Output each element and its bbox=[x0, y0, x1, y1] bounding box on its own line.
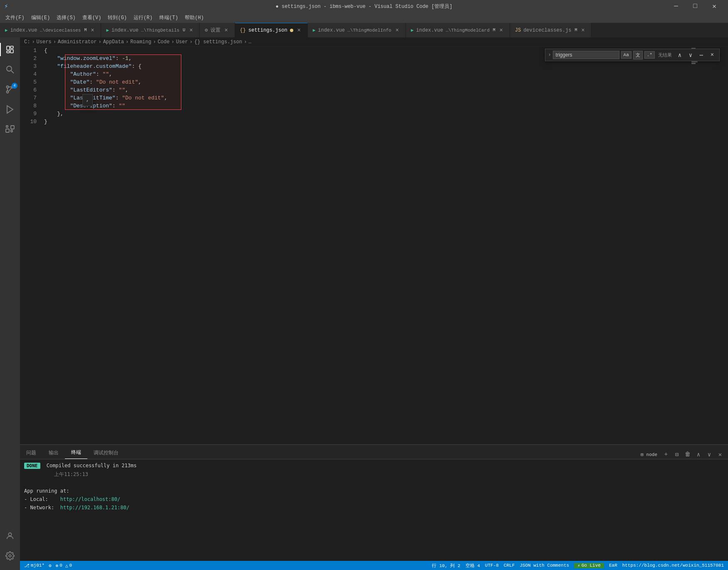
svg-point-14 bbox=[8, 533, 11, 536]
panel-tab-debug[interactable]: 调试控制台 bbox=[87, 447, 125, 459]
find-expand-icon[interactable]: › bbox=[548, 52, 551, 58]
status-link[interactable]: https://blog.csdn.net/woixin_51157081 bbox=[622, 563, 724, 568]
tab-label: 设置 bbox=[210, 27, 220, 34]
tab-close-button[interactable]: × bbox=[579, 27, 586, 34]
svg-rect-1 bbox=[10, 46, 13, 48]
status-ear[interactable]: EaR bbox=[609, 563, 617, 568]
activity-extensions[interactable] bbox=[0, 119, 20, 139]
tab-label: index.vue bbox=[10, 27, 37, 33]
tab-close-button[interactable]: × bbox=[498, 27, 505, 34]
tab-index-thingmodelinfo[interactable]: ▶ index.vue …\ThingModelInfo × bbox=[308, 23, 406, 37]
tab-path: …\deviceclasses bbox=[40, 28, 81, 33]
minimize-button[interactable]: — bbox=[666, 0, 686, 12]
find-input[interactable] bbox=[553, 51, 619, 59]
tab-index-thingdetails[interactable]: ▶ index.vue …\ThingDetails U × bbox=[101, 23, 200, 37]
tab-path: …\ThingDetails bbox=[141, 28, 179, 33]
tab-close-button[interactable]: × bbox=[89, 27, 96, 34]
compiled-text: Compiled successfully in 213ms bbox=[47, 463, 137, 468]
status-cursor[interactable]: 行 10, 列 2 bbox=[432, 563, 460, 569]
find-menu-button[interactable]: ⋯ bbox=[697, 50, 706, 59]
code-editor[interactable]: { "window.zoomLevel": -1, "fileheader.cu… bbox=[41, 47, 691, 444]
terminal-split-button[interactable]: ⊟ bbox=[672, 450, 681, 459]
source-control-badge: 4 bbox=[12, 83, 17, 89]
tab-label: index.vue bbox=[416, 27, 443, 33]
close-button[interactable]: ✕ bbox=[705, 0, 724, 12]
line-num-5: 5 bbox=[20, 78, 37, 86]
window-title: ● settings.json - ibms-web-vue - Visual … bbox=[276, 3, 453, 10]
activity-account[interactable] bbox=[0, 526, 20, 546]
menu-file[interactable]: 文件(F) bbox=[2, 13, 28, 22]
tab-close-button[interactable]: × bbox=[394, 27, 401, 34]
tab-modified-indicator: U bbox=[183, 28, 185, 32]
vue-icon: ▶ bbox=[411, 27, 414, 33]
breadcrumb-part: {} settings.json bbox=[194, 39, 242, 45]
find-widget[interactable]: › Aa 文 .* 无结果 ∧ ∨ ⋯ × bbox=[545, 49, 720, 61]
timestamp: 上午11:25:13 bbox=[24, 471, 88, 477]
status-golive[interactable]: ⚡ Go Live bbox=[574, 563, 604, 568]
status-indent[interactable]: 空格 4 bbox=[466, 563, 480, 569]
tab-close-button[interactable]: × bbox=[296, 27, 302, 34]
panel-close-button[interactable]: ✕ bbox=[716, 450, 725, 459]
network-url[interactable]: http://192.168.1.21:80/ bbox=[60, 505, 129, 511]
find-close-button[interactable]: × bbox=[708, 50, 717, 59]
menu-run[interactable]: 运行(R) bbox=[130, 13, 156, 22]
status-encoding[interactable]: UTF-8 bbox=[485, 563, 499, 568]
menu-goto[interactable]: 转到(G) bbox=[104, 13, 130, 22]
encoding-text: UTF-8 bbox=[485, 563, 499, 568]
status-errors[interactable]: ⊗ 0 △ 0 bbox=[56, 563, 72, 568]
local-url[interactable]: http://localhost:80/ bbox=[60, 496, 121, 502]
tab-close-button[interactable]: × bbox=[188, 27, 194, 34]
panel-minimize-button[interactable]: ∨ bbox=[705, 450, 714, 459]
menu-view[interactable]: 查看(V) bbox=[79, 13, 105, 22]
menu-terminal[interactable]: 终端(T) bbox=[156, 13, 182, 22]
tab-settings-json[interactable]: {} settings.json × bbox=[235, 23, 308, 37]
tab-index-deviceclasses[interactable]: ▶ index.vue …\deviceclasses M × bbox=[0, 23, 101, 37]
find-next-button[interactable]: ∨ bbox=[686, 50, 695, 59]
terminal-trash-button[interactable]: 🗑 bbox=[683, 450, 692, 459]
status-branch[interactable]: ⎇ mj01* bbox=[24, 563, 45, 568]
branch-icon: ⎇ bbox=[24, 563, 30, 568]
tab-deviceclasses-js[interactable]: JS deviceclasses.js M × bbox=[510, 23, 592, 37]
panel-maximize-button[interactable]: ∧ bbox=[694, 450, 703, 459]
activity-bar: 4 bbox=[0, 37, 20, 570]
scrollbar[interactable] bbox=[724, 47, 728, 444]
tab-settings-ui[interactable]: ⚙ 设置 × bbox=[200, 23, 235, 37]
panel-tab-terminal[interactable]: 终端 bbox=[65, 446, 87, 459]
menu-help[interactable]: 帮助(H) bbox=[181, 13, 207, 22]
status-eol[interactable]: CRLF bbox=[504, 563, 515, 568]
local-label: - Local: bbox=[24, 496, 57, 502]
panel-tab-problems[interactable]: 问题 bbox=[20, 447, 42, 459]
status-language[interactable]: JSON with Comments bbox=[520, 563, 569, 568]
match-case-button[interactable]: Aa bbox=[621, 51, 631, 59]
activity-search[interactable] bbox=[0, 59, 20, 79]
vue-icon: ▶ bbox=[313, 27, 316, 33]
csdn-link[interactable]: https://blog.csdn.net/woixin_51157081 bbox=[622, 563, 724, 568]
activity-settings[interactable] bbox=[0, 546, 20, 566]
breadcrumb-part: C: bbox=[24, 39, 30, 45]
tab-index-thingmodelcard[interactable]: ▶ index.vue …\ThingModelCard M × bbox=[406, 23, 510, 37]
menu-edit[interactable]: 编辑(E) bbox=[28, 13, 54, 22]
menu-select[interactable]: 选择(S) bbox=[53, 13, 79, 22]
terminal-line-network: - Network: http://192.168.1.21:80/ bbox=[24, 503, 724, 512]
svg-rect-3 bbox=[7, 51, 10, 53]
done-badge: DONE bbox=[24, 463, 40, 469]
breadcrumb-part: User bbox=[176, 39, 188, 45]
code-line-3: "fileheader.customMade": { bbox=[41, 62, 691, 70]
terminal-content[interactable]: DONE Compiled successfully in 213ms 上午11… bbox=[20, 459, 728, 561]
status-sync[interactable]: ⚙ bbox=[49, 563, 52, 568]
tab-modified-indicator: M bbox=[493, 28, 495, 32]
maximize-button[interactable]: □ bbox=[686, 0, 705, 12]
main-layout: 4 C: › Users › Administrator › AppData bbox=[0, 37, 728, 570]
match-word-button[interactable]: 文 bbox=[633, 51, 643, 59]
activity-source-control[interactable]: 4 bbox=[0, 79, 20, 99]
activity-explorer[interactable] bbox=[0, 40, 20, 59]
panel-tab-output[interactable]: 输出 bbox=[42, 447, 65, 459]
regex-button[interactable]: .* bbox=[644, 51, 655, 59]
activity-debug[interactable] bbox=[0, 99, 20, 119]
js-icon: JS bbox=[515, 27, 521, 33]
tab-close-button[interactable]: × bbox=[223, 27, 230, 34]
terminal-add-button[interactable]: + bbox=[661, 450, 671, 459]
error-count: 0 bbox=[59, 563, 62, 568]
find-prev-button[interactable]: ∧ bbox=[675, 50, 684, 59]
panel: 问题 输出 终端 调试控制台 ⊟ node + ⊟ 🗑 ∧ ∨ ✕ DONE C… bbox=[20, 444, 728, 561]
